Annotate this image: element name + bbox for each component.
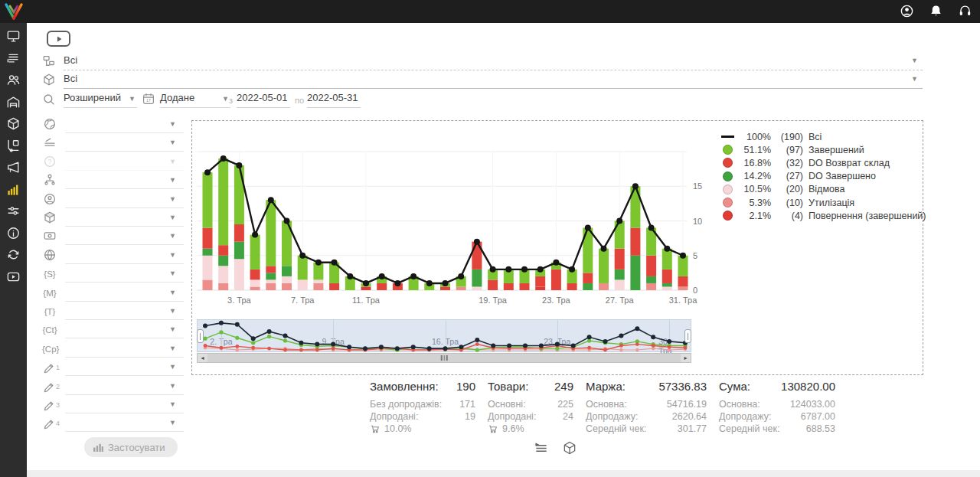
app-logo[interactable] [3,2,24,21]
filter-row-extra-filter: ?▼ [27,154,211,172]
banknote-icon [42,229,57,244]
legend-count: (190) [771,132,803,142]
chevron-down-icon: ▼ [169,139,176,146]
chevron-down-icon: ▼ [169,158,176,165]
navigator-left-handle[interactable] [197,329,204,343]
tag-cp-filter-select[interactable]: ▼ [65,341,184,358]
warehouse-icon[interactable] [6,95,21,109]
legend-item[interactable]: 51.1%(97)Завершений [719,143,926,156]
structure-filter-select[interactable]: ▼ [65,172,184,189]
tag-m-filter-select[interactable]: ▼ [65,285,184,302]
legend-dot-swatch [719,145,736,155]
stat-sub-value: 2620.64 [672,410,707,423]
product-filter-value: Всі [64,73,77,84]
source-filter-select[interactable]: ▼ [65,116,184,133]
custom-field-1-filter-select[interactable]: ▼ [65,359,184,376]
legend-percent: 16.8% [736,158,771,168]
payment-filter-select[interactable]: ▼ [65,228,184,245]
monitor-icon[interactable] [6,29,21,44]
chevron-down-icon: ▼ [222,95,229,103]
category-filter-select[interactable]: Всі ▼ [64,54,923,70]
products-view-icon[interactable] [562,440,577,456]
scroll-left-arrow[interactable]: ◂ [198,354,207,362]
product-filter-select[interactable]: Всі ▼ [64,73,923,89]
stat-value: 249 [554,380,573,393]
filter-row-geo-filter: ▼ [27,247,211,266]
stat-sub-label: Без допродажів: [370,398,442,410]
legend-item[interactable]: 16.8%(32)DO Возврат склад [719,156,926,169]
custom-field-3-filter-select[interactable]: ▼ [65,397,184,413]
top-bar [0,0,980,23]
extra-filter-select[interactable]: ▼ [65,154,184,171]
question-icon: ? [42,155,57,170]
account-icon[interactable] [900,4,914,18]
status-filter-select[interactable]: ▼ [65,135,184,152]
calendar-icon: 17 [142,92,155,106]
navigator-right-handle[interactable] [684,329,691,343]
stat-sub-value: 225 [557,398,573,410]
stat-title: Замовлення: [370,380,439,393]
filter-row-custom-field-1-filter: 1▼ [27,359,211,377]
legend-item[interactable]: 2.1%(4)Повернення (завершений) [719,209,926,222]
video-help-button[interactable] [47,31,70,47]
stat-sub-label: Допродані: [370,410,418,423]
delivery-trolley-icon[interactable] [6,139,21,153]
stat-value: 190 [456,380,475,393]
legend-label: Утилізація [808,198,854,208]
view-toggles [534,440,577,456]
filter-row-source-filter: ▼ [27,116,211,135]
legend-label: Всі [808,132,822,142]
analytics-chart-icon[interactable] [6,182,21,197]
svg-text:10: 10 [693,217,702,226]
date-from-input[interactable]: 2022-05-01 [237,92,290,108]
stat-sub-label: Допродажу: [719,410,771,423]
tag-s-filter-select[interactable]: ▼ [65,266,184,283]
legend-item[interactable]: 10.5%(20)Відмова [719,183,926,196]
legend-item[interactable]: 14.2%(27)DO Завершено [719,170,926,183]
notifications-icon[interactable] [929,4,943,18]
custom-field-2-filter-select[interactable]: ▼ [65,378,184,395]
chevron-down-icon: ▼ [169,382,176,390]
date-field-select[interactable]: Додане ▼ [160,92,230,108]
cube-icon [42,211,57,226]
svg-text:7. Тра: 7. Тра [291,296,315,305]
legend-item[interactable]: 100%(190)Всі [719,130,926,143]
statuses-icon [42,136,57,151]
video-lessons-icon[interactable] [6,270,21,284]
custom-field-4-filter-select[interactable]: ▼ [65,415,184,432]
product-type-filter-select[interactable]: ▼ [65,210,184,227]
clients-icon[interactable] [6,73,21,87]
orders-list-icon[interactable] [6,51,21,66]
stat-sub-value: 301.77 [678,423,707,435]
info-icon[interactable] [6,226,21,240]
orders-list-view-icon[interactable] [534,440,549,456]
pencil-4-icon: 4 [42,416,62,431]
scroll-right-arrow[interactable]: ▸ [681,354,691,362]
tag-t-filter-select[interactable]: ▼ [65,303,184,320]
manager-filter-select[interactable]: ▼ [65,191,184,208]
page-horizontal-scrollbar[interactable] [27,470,980,477]
tag-m-icon: {M} [42,286,57,301]
scrollbar-grip[interactable] [441,355,448,361]
products-cube-icon[interactable] [6,116,21,131]
product-box-icon [42,73,56,87]
legend-item[interactable]: 5.3%(10)Утилізація [719,196,926,209]
tag-t-icon: {T} [42,304,57,319]
marketing-megaphone-icon[interactable] [6,160,21,175]
settings-sliders-icon[interactable] [6,204,21,218]
tag-ct-filter-select[interactable]: ▼ [65,322,184,338]
stat-sub-value: 19 [465,410,475,423]
support-headset-icon[interactable] [958,4,972,18]
navigator-scrollbar[interactable]: ◂ ▸ [197,353,691,363]
tag-ct-icon: {Ct} [42,322,57,338]
date-to-input[interactable]: 2022-05-31 [307,92,361,108]
orders-chart[interactable]: 0510153. Тра7. Тра11. Тра19. Тра23. Тра2… [197,123,714,315]
chart-range-navigator[interactable]: 30. Тра23. Тра16. Тра9. Тра2. Тра [197,319,691,352]
stat-value: 130820.00 [781,380,835,393]
geo-filter-select[interactable]: ▼ [65,247,184,264]
search-mode-select[interactable]: Розширений ▼ [64,92,137,108]
apply-button[interactable]: Застосувати [84,437,178,457]
svg-text:?: ? [48,158,52,165]
sync-icon[interactable] [6,247,21,262]
legend-percent: 51.1% [736,145,771,155]
